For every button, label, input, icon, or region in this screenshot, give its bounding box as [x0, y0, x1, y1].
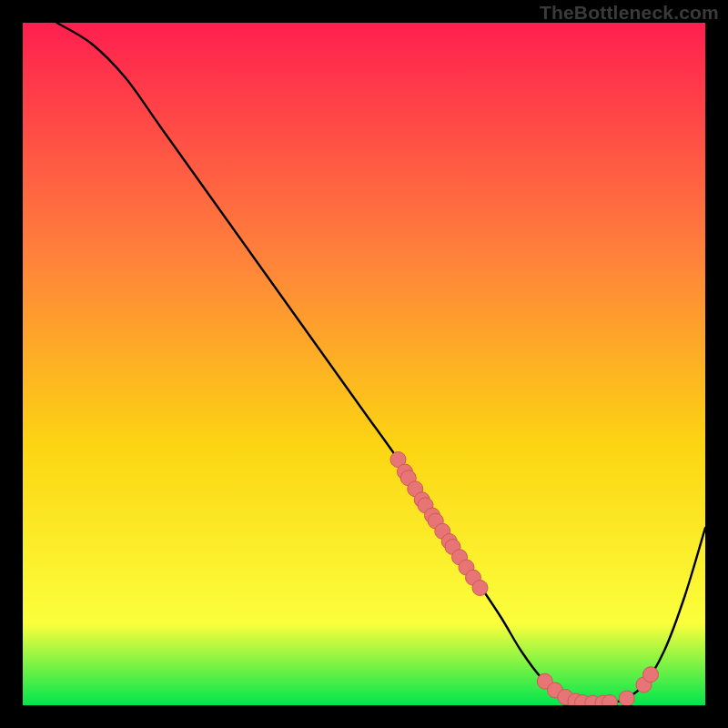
gradient-background [23, 23, 705, 705]
data-marker [472, 581, 488, 596]
data-marker [619, 691, 634, 705]
chart-container: TheBottleneck.com [0, 0, 728, 728]
watermark-text: TheBottleneck.com [540, 2, 719, 24]
data-marker [643, 667, 659, 682]
plot-area [23, 23, 705, 705]
plot-svg [23, 23, 705, 705]
